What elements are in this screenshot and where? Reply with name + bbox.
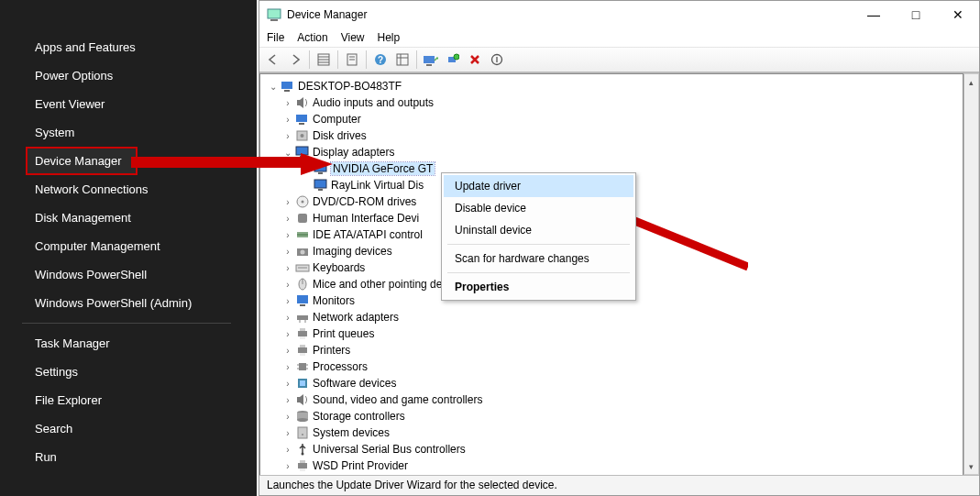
winx-item-apps-and-features[interactable]: Apps and Features: [0, 33, 257, 61]
tree-label: RayLink Virtual Dis: [331, 179, 424, 192]
menu-help[interactable]: Help: [378, 31, 401, 44]
svg-rect-1: [270, 19, 278, 21]
disk-icon: [295, 128, 310, 143]
winx-item-task-manager[interactable]: Task Manager: [0, 329, 257, 358]
chevron-right-icon[interactable]: ›: [282, 115, 293, 125]
tree-node-print-queues[interactable]: ›Print queues: [264, 325, 959, 342]
printer-icon: [295, 343, 310, 358]
tree-label: NVIDIA GeForce GT: [331, 162, 435, 175]
ctx-scan-for-hardware-changes[interactable]: Scan for hardware changes: [444, 248, 633, 270]
tree-node-storage-controllers[interactable]: ›Storage controllers: [264, 408, 959, 424]
winx-item-windows-powershell-admin-[interactable]: Windows PowerShell (Admin): [0, 289, 257, 317]
chevron-right-icon[interactable]: ›: [282, 296, 293, 306]
winx-item-event-viewer[interactable]: Event Viewer: [0, 90, 257, 118]
winx-item-search[interactable]: Search: [0, 414, 257, 443]
chevron-right-icon[interactable]: ›: [282, 395, 293, 405]
svg-rect-11: [397, 54, 408, 65]
chevron-right-icon[interactable]: ›: [282, 412, 293, 422]
chevron-right-icon[interactable]: ›: [282, 214, 293, 224]
chevron-right-icon[interactable]: ›: [282, 247, 293, 257]
svg-point-62: [297, 418, 308, 422]
properties-button[interactable]: [342, 50, 362, 70]
tree-label: System devices: [313, 426, 390, 439]
svg-rect-49: [300, 336, 305, 339]
chevron-right-icon[interactable]: ›: [282, 131, 293, 141]
storage-icon: [295, 409, 310, 424]
scrollbar[interactable]: ▴ ▾: [963, 73, 979, 475]
svg-rect-52: [300, 353, 305, 356]
help-button[interactable]: ?: [370, 50, 391, 70]
menubar: FileActionViewHelp: [259, 28, 979, 47]
winx-item-device-manager[interactable]: Device Manager: [26, 147, 138, 175]
chevron-right-icon[interactable]: ›: [282, 445, 293, 455]
minimize-button[interactable]: —: [853, 1, 895, 28]
computer-icon: [281, 79, 295, 94]
winx-item-computer-management[interactable]: Computer Management: [0, 232, 257, 260]
tree-node-wsd-print-provider[interactable]: ›WSD Print Provider: [264, 457, 959, 474]
action-list-button[interactable]: [392, 50, 413, 70]
chevron-right-icon[interactable]: ›: [282, 379, 293, 389]
software-icon: [295, 376, 310, 391]
chevron-right-icon[interactable]: ›: [282, 461, 293, 471]
chevron-right-icon[interactable]: ›: [282, 263, 293, 273]
update-driver-button[interactable]: [421, 50, 441, 70]
chevron-down-icon[interactable]: ⌄: [268, 82, 279, 92]
menu-view[interactable]: View: [341, 31, 365, 44]
tree-label: DESKTOP-BO483TF: [298, 80, 402, 93]
maximize-button[interactable]: □: [895, 1, 937, 28]
chevron-right-icon[interactable]: ›: [282, 428, 293, 438]
chevron-right-icon[interactable]: ›: [282, 280, 293, 290]
scroll-up-button[interactable]: ▴: [964, 74, 978, 90]
tree-node-system-devices[interactable]: ›System devices: [264, 424, 959, 441]
tree-node-audio-inputs-and-outputs[interactable]: ›Audio inputs and outputs: [264, 94, 959, 111]
tree-node-network-adapters[interactable]: ›Network adapters: [264, 309, 959, 325]
tree-node-computer[interactable]: ›Computer: [264, 111, 959, 127]
disable-button[interactable]: [487, 50, 507, 70]
svg-rect-33: [298, 214, 307, 223]
chevron-right-icon[interactable]: ›: [282, 197, 293, 207]
chevron-right-icon[interactable]: ›: [282, 362, 293, 372]
tree-label: Processors: [313, 360, 368, 373]
tree-label: Print queues: [313, 327, 374, 340]
winx-item-disk-management[interactable]: Disk Management: [0, 204, 257, 232]
menu-action[interactable]: Action: [297, 31, 327, 44]
show-hide-tree-button[interactable]: [314, 50, 334, 70]
tree-node-processors[interactable]: ›Processors: [264, 358, 959, 375]
chevron-right-icon[interactable]: ›: [282, 98, 293, 108]
tree-label: Sound, video and game controllers: [313, 393, 482, 406]
chevron-right-icon[interactable]: ›: [282, 346, 293, 356]
tree-label: Storage controllers: [313, 410, 405, 423]
close-button[interactable]: ✕: [937, 1, 979, 28]
scan-hardware-button[interactable]: [443, 50, 463, 70]
tree-label: Software devices: [313, 377, 396, 390]
winx-item-windows-powershell[interactable]: Windows PowerShell: [0, 260, 257, 289]
ctx-update-driver[interactable]: Update driver: [444, 175, 633, 197]
statusbar: Launches the Update Driver Wizard for th…: [259, 475, 979, 495]
tree-node-universal-serial-bus-controllers[interactable]: ›Universal Serial Bus controllers: [264, 441, 959, 457]
camera-icon: [295, 244, 310, 259]
chevron-right-icon[interactable]: ›: [282, 313, 293, 323]
tree-node-printers[interactable]: ›Printers: [264, 342, 959, 358]
ctx-uninstall-device[interactable]: Uninstall device: [444, 219, 633, 241]
winx-item-system[interactable]: System: [0, 118, 257, 147]
forward-button[interactable]: [285, 50, 305, 70]
tree-node-root[interactable]: ⌄DESKTOP-BO483TF: [264, 78, 959, 94]
winx-item-run[interactable]: Run: [0, 443, 257, 471]
uninstall-button[interactable]: [465, 50, 485, 70]
chevron-right-icon[interactable]: ›: [282, 329, 293, 339]
svg-rect-42: [297, 295, 308, 303]
menu-file[interactable]: File: [267, 31, 284, 44]
ctx-properties[interactable]: Properties: [444, 276, 633, 298]
back-button[interactable]: [263, 50, 283, 70]
winx-item-settings[interactable]: Settings: [0, 358, 257, 386]
ctx-disable-device[interactable]: Disable device: [444, 197, 633, 219]
winx-item-file-explorer[interactable]: File Explorer: [0, 386, 257, 414]
scroll-down-button[interactable]: ▾: [964, 458, 978, 474]
tree-node-sound-video-and-game-controllers[interactable]: ›Sound, video and game controllers: [264, 391, 959, 408]
chevron-right-icon[interactable]: ›: [282, 230, 293, 240]
tree-node-disk-drives[interactable]: ›Disk drives: [264, 127, 959, 144]
tree-node-software-devices[interactable]: ›Software devices: [264, 375, 959, 391]
winx-item-power-options[interactable]: Power Options: [0, 61, 257, 90]
speaker-icon: [295, 392, 310, 407]
tree-node-display-adapters[interactable]: ⌄Display adapters: [264, 144, 959, 160]
